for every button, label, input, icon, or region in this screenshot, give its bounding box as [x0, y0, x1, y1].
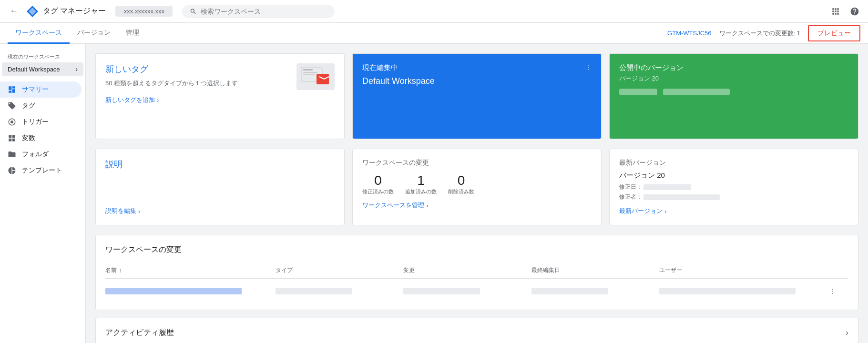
description-title: 説明 [105, 159, 335, 170]
workspace-label: 現在のワークスペース [0, 50, 85, 62]
published-version: バージョン 20 [619, 74, 848, 83]
changes-stats: 0 修正済みの数 1 追加済みの数 0 削除済み数 [362, 173, 592, 195]
sidebar-item-variables[interactable]: 変数 [0, 130, 82, 146]
new-tag-card: 新しいタグ 50 種類を超えるタグタイプから１つ選択します [95, 53, 345, 139]
published-blur-1 [619, 89, 657, 95]
tab-version[interactable]: バージョン [70, 23, 118, 44]
tags-icon [8, 101, 16, 110]
sidebar-item-folders[interactable]: フォルダ [0, 146, 82, 162]
sidebar-item-tags[interactable]: タグ [0, 98, 82, 114]
svg-rect-5 [12, 135, 15, 138]
logo-icon [26, 5, 39, 18]
workspace-name: Default Workspace [8, 66, 60, 73]
sidebar-item-label-templates: テンプレート [22, 166, 62, 175]
chevron-icon-lv: › [664, 208, 666, 215]
gtm-id: GTM-WTSJC56 [667, 30, 711, 37]
stat-modified-count: 0 [362, 173, 394, 188]
svg-rect-11 [303, 74, 315, 75]
workspace-changes-small-title: ワークスペースの変更 [362, 159, 592, 167]
latest-version-card: 最新バージョン バージョン 20 修正日： 修正者： 最新バージョン › [609, 149, 858, 225]
row-name [105, 288, 276, 294]
row-type [276, 288, 403, 294]
sidebar: 現在のワークスペース Default Workspace › サマリー タグ [0, 44, 86, 343]
activity-card: アクティビティ履歴 › [95, 318, 858, 343]
tag-illustration-icon [300, 66, 331, 87]
activity-chevron-icon[interactable]: › [846, 328, 848, 338]
back-button[interactable]: ← [8, 4, 20, 18]
description-link[interactable]: 説明を編集 › [105, 207, 335, 215]
col-header-actions [829, 266, 848, 274]
row-user [659, 288, 829, 294]
svg-rect-4 [9, 135, 11, 138]
published-blur-2 [663, 89, 730, 95]
stat-added: 1 追加済みの数 [405, 173, 437, 195]
description-card: 説明 説明を編集 › [95, 149, 345, 225]
svg-rect-10 [303, 72, 317, 73]
workspace-changes-table-title: ワークスペースの変更 [105, 245, 848, 255]
main-content: 新しいタグ 50 種類を超えるタグタイプから１つ選択します [86, 44, 868, 343]
svg-rect-9 [303, 69, 313, 71]
editing-title: 現在編集中 [362, 63, 398, 72]
latest-version-number: バージョン 20 [619, 171, 848, 180]
folders-icon [8, 150, 16, 159]
triggers-icon [8, 118, 16, 126]
sort-icon[interactable]: ↑ [119, 267, 122, 274]
variables-icon [8, 134, 16, 142]
stat-deleted-label: 削除済み数 [448, 188, 474, 195]
search-bar[interactable] [182, 5, 335, 18]
editing-workspace-name: Default Workspace [362, 76, 592, 86]
published-blur-row [619, 89, 848, 95]
date-blur [643, 184, 691, 190]
grid-icon[interactable] [830, 6, 841, 17]
latest-version-section-label: 最新バージョン [619, 159, 848, 167]
sidebar-item-label-tags: タグ [22, 101, 35, 110]
svg-rect-12 [317, 74, 329, 84]
stat-added-count: 1 [405, 173, 437, 188]
tab-workspace[interactable]: ワークスペース [8, 23, 70, 44]
header: ← タグ マネージャー xxx.xxxxxx.xxx [0, 0, 868, 23]
author-blur [643, 194, 720, 200]
activity-title: アクティビティ履歴 [105, 328, 174, 338]
row-date [531, 288, 659, 294]
latest-version-link[interactable]: 最新バージョン › [619, 207, 848, 215]
top-cards-row: 新しいタグ 50 種類を超えるタグタイプから１つ選択します [95, 53, 858, 139]
svg-rect-7 [12, 139, 15, 141]
sidebar-item-summary[interactable]: サマリー [0, 81, 82, 98]
col-header-name: 名前 ↑ [105, 266, 276, 274]
workspace-changes-table-card: ワークスペースの変更 名前 ↑ タイプ 変更 最終編集日 ユーザー [95, 235, 858, 310]
row-actions[interactable]: ⋮ [829, 287, 848, 295]
chevron-icon-ws: › [426, 202, 428, 209]
latest-modified-by: 修正者： [619, 193, 848, 201]
sidebar-nav: サマリー タグ トリガー 変数 [0, 81, 85, 179]
search-icon [190, 8, 197, 15]
sidebar-item-label-summary: サマリー [22, 85, 49, 94]
tab-admin[interactable]: 管理 [118, 23, 147, 44]
preview-button[interactable]: プレビュー [808, 25, 860, 41]
stat-modified: 0 修正済みの数 [362, 173, 394, 195]
workspace-selector[interactable]: Default Workspace › [2, 62, 83, 76]
latest-modified-date: 修正日： [619, 183, 848, 191]
new-tag-desc: 50 種類を超えるタグタイプから１つ選択します [105, 79, 238, 88]
sidebar-item-templates[interactable]: テンプレート [0, 162, 82, 179]
editing-dots[interactable]: ⋮ [585, 63, 592, 71]
chevron-right-icon: › [75, 65, 78, 73]
main-layout: 現在のワークスペース Default Workspace › サマリー タグ [0, 44, 868, 343]
nav-right: GTM-WTSJC56 ワークスペースでの変更数: 1 プレビュー [667, 25, 860, 41]
search-input[interactable] [201, 8, 327, 15]
account-selector[interactable]: xxx.xxxxxx.xxx [115, 6, 173, 17]
help-icon[interactable] [849, 6, 860, 17]
sidebar-item-label-triggers: トリガー [22, 118, 49, 126]
svg-point-3 [10, 121, 13, 123]
workspace-changes-count: ワークスペースでの変更数: 1 [719, 29, 800, 38]
new-tag-link[interactable]: 新しいタグを追加 › [105, 96, 335, 104]
user-blur [659, 288, 796, 294]
stat-deleted-count: 0 [448, 173, 474, 188]
chevron-icon-desc: › [138, 208, 140, 215]
table-row: ⋮ [105, 282, 848, 300]
chevron-icon: › [157, 97, 159, 104]
editing-card-header: 現在編集中 ⋮ [362, 63, 592, 76]
workspace-manage-link[interactable]: ワークスペースを管理 › [362, 201, 592, 210]
sidebar-item-triggers[interactable]: トリガー [0, 114, 82, 130]
new-tag-icon [296, 63, 335, 90]
col-header-type: タイプ [276, 266, 403, 274]
